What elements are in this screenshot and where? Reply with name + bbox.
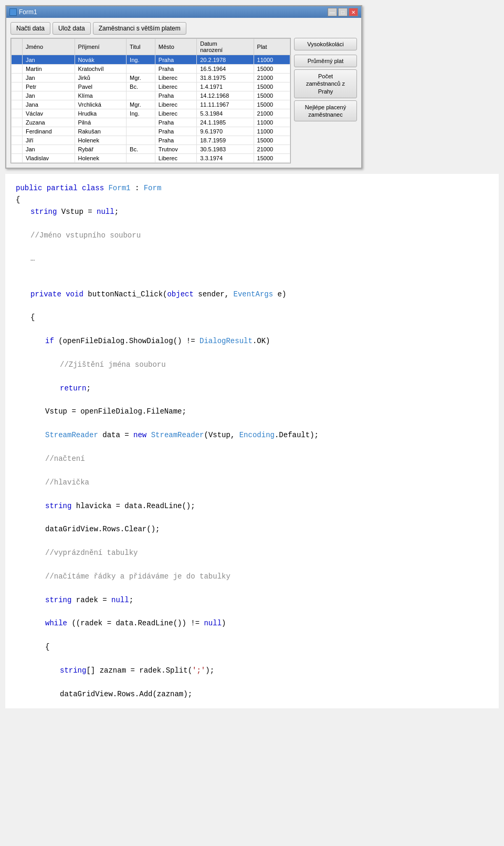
grid-body: ▶JanNovákIng.Praha20.2.197811000MartinKr… — [12, 55, 290, 163]
cell: 20.2.1978 — [197, 55, 254, 65]
cell: Pavel — [75, 82, 127, 91]
grid-header: Jméno Příjmení Titul Město Datumnarození… — [12, 39, 290, 55]
table-row[interactable]: JanJirkůMgr.Liberec31.8.197521000 — [12, 74, 290, 82]
code-line-23: dataGridView.Rows.Add(zaznam); — [60, 688, 488, 700]
main-area: Jméno Příjmení Titul Město Datumnarození… — [10, 38, 357, 163]
cell: 18.7.1959 — [197, 136, 254, 145]
cell: Praha — [155, 127, 196, 136]
cell: Vrchlická — [75, 100, 127, 109]
avgpay-button[interactable]: Průměrný plat — [294, 55, 357, 67]
cell: Pilná — [75, 118, 127, 127]
code-line-3: string Vstup = null; — [30, 206, 488, 218]
cell — [127, 127, 155, 136]
cell — [127, 154, 155, 163]
cell: Petr — [23, 82, 75, 91]
code-line-15: string hlavicka = data.ReadLine(); — [45, 500, 488, 512]
table-row[interactable]: FerdinandRakušanPraha9.6.197011000 — [12, 127, 290, 136]
cell: Jan — [23, 74, 75, 82]
cell: Liberec — [155, 82, 196, 91]
cell: Vladislav — [23, 154, 75, 163]
cell: Klíma — [75, 91, 127, 100]
window-body: Načti data Ulož data Zaměstnanci s větší… — [6, 18, 361, 168]
grid-table: Jméno Příjmení Titul Město Datumnarození… — [11, 38, 290, 163]
titlebar: Form1 — □ ✕ — [6, 6, 361, 18]
code-line-10: return; — [60, 383, 488, 394]
cell: 11000 — [254, 118, 290, 127]
cell: Jan — [23, 145, 75, 154]
cell: Praha — [155, 136, 196, 145]
code-line-9: //Zjištění jména souboru — [60, 359, 488, 370]
code-line-7: { — [30, 312, 488, 323]
table-row[interactable]: JiříHolenekPraha18.7.195915000 — [12, 136, 290, 145]
row-indicator — [12, 154, 23, 163]
cell: Liberec — [155, 74, 196, 82]
code-line-22: string[] zaznam = radek.Split(';'); — [60, 665, 488, 676]
table-row[interactable]: ▶JanNovákIng.Praha20.2.197811000 — [12, 55, 290, 65]
table-row[interactable]: MartinKratochvílPraha16.5.196415000 — [12, 65, 290, 74]
cell — [127, 91, 155, 100]
cell: Praha — [155, 65, 196, 74]
cell: Jan — [23, 55, 75, 65]
row-indicator — [12, 136, 23, 145]
col-titul: Titul — [127, 39, 155, 55]
code-line-11: Vstup = openFileDialog.FileName; — [45, 406, 488, 417]
cell: Liberec — [155, 109, 196, 118]
window-controls: — □ ✕ — [328, 8, 358, 16]
code-line-5: … — [30, 253, 488, 264]
cell: Praha — [155, 91, 196, 100]
row-indicator — [12, 82, 23, 91]
table-row[interactable]: VáclavHrudkaIng.Liberec5.3.198421000 — [12, 109, 290, 118]
cell: 24.1.1985 — [197, 118, 254, 127]
save-data-button[interactable]: Ulož data — [52, 22, 91, 35]
cell: Novák — [75, 55, 127, 65]
table-row[interactable]: JanaVrchlickáMgr.Liberec11.11.196715000 — [12, 100, 290, 109]
col-indicator — [12, 39, 23, 55]
cell: Jiří — [23, 136, 75, 145]
cell — [127, 65, 155, 74]
cell: Zuzana — [23, 118, 75, 127]
data-grid-view[interactable]: Jméno Příjmení Titul Město Datumnarození… — [10, 38, 291, 163]
table-row[interactable]: JanKlímaPraha14.12.196815000 — [12, 91, 290, 100]
cell: Liberec — [155, 100, 196, 109]
cell: 15000 — [254, 82, 290, 91]
row-indicator — [12, 127, 23, 136]
load-data-button[interactable]: Načti data — [10, 22, 50, 35]
cell: Jan — [23, 91, 75, 100]
bestpaid-button[interactable]: Nejlépe placený zaměstnanec — [294, 100, 357, 122]
table-row[interactable]: PetrPavelBc.Liberec1.4.197115000 — [12, 82, 290, 91]
graduates-button[interactable]: Vysokoškoláci — [294, 38, 357, 50]
cell: Rybář — [75, 145, 127, 154]
window-icon — [9, 8, 17, 16]
col-prijmeni: Příjmení — [75, 39, 127, 55]
cell: Holenek — [75, 136, 127, 145]
cell: Hrudka — [75, 109, 127, 118]
cell: Mgr. — [127, 74, 155, 82]
table-row[interactable]: ZuzanaPilnáPraha24.1.198511000 — [12, 118, 290, 127]
col-datum: Datumnarození — [197, 39, 254, 55]
countpraha-button[interactable]: Počet zaměstnanců z Prahy — [294, 69, 357, 98]
cell: 21000 — [254, 109, 290, 118]
minimize-button[interactable]: — — [328, 8, 337, 16]
table-row[interactable]: VladislavHolenekLiberec3.3.197415000 — [12, 154, 290, 163]
cell: Holenek — [75, 154, 127, 163]
cell: Martin — [23, 65, 75, 74]
maximize-button[interactable]: □ — [338, 8, 348, 16]
col-plat: Plat — [254, 39, 290, 55]
highpay-button[interactable]: Zaměstnanci s větším platem — [93, 22, 186, 35]
cell: Liberec — [155, 154, 196, 163]
col-jmeno: Jméno — [23, 39, 75, 55]
col-mesto: Město — [155, 39, 196, 55]
cell: Rakušan — [75, 127, 127, 136]
cell: 14.12.1968 — [197, 91, 254, 100]
row-indicator — [12, 100, 23, 109]
code-line-12: StreamReader data = new StreamReader(Vst… — [45, 429, 488, 441]
cell: 15000 — [254, 154, 290, 163]
code-line-17: //vyprázdnění tabulky — [45, 547, 488, 559]
table-row[interactable]: JanRybářBc.Trutnov30.5.198321000 — [12, 145, 290, 154]
close-button[interactable]: ✕ — [349, 8, 358, 16]
row-indicator — [12, 74, 23, 82]
cell — [127, 118, 155, 127]
form-window: Form1 — □ ✕ Načti data Ulož data Zaměstn… — [5, 5, 362, 169]
cell: 11.11.1967 — [197, 100, 254, 109]
row-indicator — [12, 118, 23, 127]
